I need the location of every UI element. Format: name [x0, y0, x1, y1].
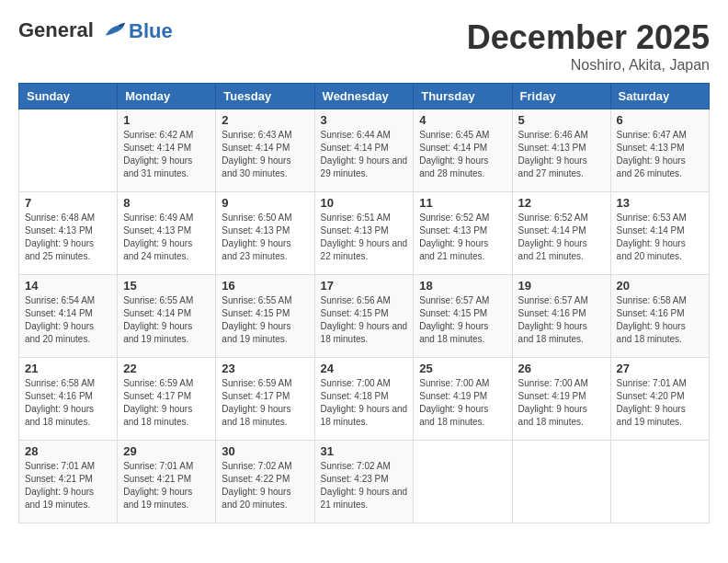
day-number: 26 — [518, 362, 605, 375]
day-info: Sunrise: 6:43 AMSunset: 4:14 PMDaylight:… — [222, 129, 308, 180]
calendar-cell: 12 Sunrise: 6:52 AMSunset: 4:14 PMDaylig… — [512, 192, 610, 275]
calendar-cell: 17 Sunrise: 6:56 AMSunset: 4:15 PMDaylig… — [314, 275, 414, 358]
calendar-cell: 24 Sunrise: 7:00 AMSunset: 4:18 PMDaylig… — [314, 358, 414, 441]
day-number: 21 — [25, 362, 111, 375]
day-info: Sunrise: 6:44 AMSunset: 4:14 PMDaylight:… — [321, 129, 408, 180]
day-number: 31 — [321, 444, 408, 458]
day-info: Sunrise: 6:55 AMSunset: 4:15 PMDaylight:… — [222, 294, 308, 346]
calendar-cell — [512, 441, 610, 523]
calendar-week-row: 1 Sunrise: 6:42 AMSunset: 4:14 PMDayligh… — [19, 109, 710, 192]
calendar-cell: 11 Sunrise: 6:52 AMSunset: 4:13 PMDaylig… — [414, 192, 512, 275]
calendar-cell: 8 Sunrise: 6:49 AMSunset: 4:13 PMDayligh… — [118, 192, 216, 275]
day-number: 1 — [123, 113, 210, 127]
calendar-cell: 30 Sunrise: 7:02 AMSunset: 4:22 PMDaylig… — [216, 441, 314, 523]
calendar-cell: 1 Sunrise: 6:42 AMSunset: 4:14 PMDayligh… — [118, 109, 216, 192]
calendar-cell: 13 Sunrise: 6:53 AMSunset: 4:14 PMDaylig… — [610, 192, 709, 275]
calendar-week-row: 28 Sunrise: 7:01 AMSunset: 4:21 PMDaylig… — [19, 441, 710, 523]
calendar-cell: 6 Sunrise: 6:47 AMSunset: 4:13 PMDayligh… — [610, 109, 709, 192]
weekday-header-row: SundayMondayTuesdayWednesdayThursdayFrid… — [19, 84, 710, 109]
day-info: Sunrise: 6:42 AMSunset: 4:14 PMDaylight:… — [123, 129, 210, 180]
weekday-header: Monday — [118, 84, 216, 109]
day-number: 4 — [419, 113, 506, 127]
day-info: Sunrise: 6:55 AMSunset: 4:14 PMDaylight:… — [123, 294, 210, 346]
calendar-cell: 31 Sunrise: 7:02 AMSunset: 4:23 PMDaylig… — [314, 441, 414, 523]
day-info: Sunrise: 6:52 AMSunset: 4:13 PMDaylight:… — [419, 212, 506, 263]
weekday-header: Thursday — [414, 84, 512, 109]
day-number: 6 — [617, 113, 703, 127]
weekday-header: Wednesday — [314, 84, 414, 109]
day-info: Sunrise: 6:56 AMSunset: 4:15 PMDaylight:… — [321, 294, 408, 346]
day-info: Sunrise: 6:58 AMSunset: 4:16 PMDaylight:… — [25, 377, 111, 429]
day-number: 16 — [222, 279, 308, 293]
calendar-week-row: 14 Sunrise: 6:54 AMSunset: 4:14 PMDaylig… — [19, 275, 710, 358]
day-number: 17 — [321, 279, 408, 293]
calendar-cell: 3 Sunrise: 6:44 AMSunset: 4:14 PMDayligh… — [314, 109, 414, 192]
logo-bird-icon — [101, 18, 127, 44]
day-number: 14 — [25, 279, 111, 293]
weekday-header: Friday — [512, 84, 610, 109]
day-number: 8 — [123, 196, 210, 210]
day-info: Sunrise: 7:00 AMSunset: 4:19 PMDaylight:… — [419, 377, 506, 429]
calendar-cell: 7 Sunrise: 6:48 AMSunset: 4:13 PMDayligh… — [19, 192, 118, 275]
day-number: 28 — [25, 444, 111, 458]
calendar-cell: 20 Sunrise: 6:58 AMSunset: 4:16 PMDaylig… — [610, 275, 709, 358]
title-block: December 2025 Noshiro, Akita, Japan — [467, 18, 710, 74]
day-number: 10 — [321, 196, 408, 210]
logo: General Blue — [18, 18, 173, 44]
day-info: Sunrise: 7:01 AMSunset: 4:21 PMDaylight:… — [25, 460, 111, 511]
day-info: Sunrise: 6:52 AMSunset: 4:14 PMDaylight:… — [518, 212, 605, 263]
day-number: 27 — [617, 362, 703, 375]
day-info: Sunrise: 6:45 AMSunset: 4:14 PMDaylight:… — [419, 129, 506, 180]
day-number: 5 — [518, 113, 605, 127]
calendar-cell: 16 Sunrise: 6:55 AMSunset: 4:15 PMDaylig… — [216, 275, 314, 358]
day-number: 22 — [123, 362, 210, 375]
day-info: Sunrise: 6:53 AMSunset: 4:14 PMDaylight:… — [617, 212, 703, 263]
calendar-cell: 29 Sunrise: 7:01 AMSunset: 4:21 PMDaylig… — [118, 441, 216, 523]
calendar-cell: 4 Sunrise: 6:45 AMSunset: 4:14 PMDayligh… — [414, 109, 512, 192]
day-info: Sunrise: 7:00 AMSunset: 4:19 PMDaylight:… — [518, 377, 605, 429]
calendar-cell: 27 Sunrise: 7:01 AMSunset: 4:20 PMDaylig… — [610, 358, 709, 441]
calendar-cell: 25 Sunrise: 7:00 AMSunset: 4:19 PMDaylig… — [414, 358, 512, 441]
calendar-cell: 21 Sunrise: 6:58 AMSunset: 4:16 PMDaylig… — [19, 358, 118, 441]
day-number: 11 — [419, 196, 506, 210]
calendar-cell — [414, 441, 512, 523]
calendar-cell: 23 Sunrise: 6:59 AMSunset: 4:17 PMDaylig… — [216, 358, 314, 441]
day-number: 3 — [321, 113, 408, 127]
location: Noshiro, Akita, Japan — [467, 57, 710, 74]
calendar-cell: 28 Sunrise: 7:01 AMSunset: 4:21 PMDaylig… — [19, 441, 118, 523]
month-title: December 2025 — [467, 18, 710, 57]
calendar-cell — [19, 109, 118, 192]
day-info: Sunrise: 6:54 AMSunset: 4:14 PMDaylight:… — [25, 294, 111, 346]
weekday-header: Sunday — [19, 84, 118, 109]
calendar-cell: 18 Sunrise: 6:57 AMSunset: 4:15 PMDaylig… — [414, 275, 512, 358]
day-number: 12 — [518, 196, 605, 210]
day-number: 9 — [222, 196, 308, 210]
logo-text-general: General — [18, 18, 94, 41]
day-info: Sunrise: 6:47 AMSunset: 4:13 PMDaylight:… — [617, 129, 703, 180]
day-number: 24 — [321, 362, 408, 375]
calendar-cell: 10 Sunrise: 6:51 AMSunset: 4:13 PMDaylig… — [314, 192, 414, 275]
day-info: Sunrise: 7:01 AMSunset: 4:20 PMDaylight:… — [617, 377, 703, 429]
day-number: 15 — [123, 279, 210, 293]
day-number: 29 — [123, 444, 210, 458]
day-number: 19 — [518, 279, 605, 293]
day-info: Sunrise: 6:57 AMSunset: 4:15 PMDaylight:… — [419, 294, 506, 346]
calendar-cell: 26 Sunrise: 7:00 AMSunset: 4:19 PMDaylig… — [512, 358, 610, 441]
day-info: Sunrise: 6:59 AMSunset: 4:17 PMDaylight:… — [222, 377, 308, 429]
logo-text-blue: Blue — [129, 20, 173, 42]
day-number: 25 — [419, 362, 506, 375]
calendar-cell: 5 Sunrise: 6:46 AMSunset: 4:13 PMDayligh… — [512, 109, 610, 192]
calendar-cell: 15 Sunrise: 6:55 AMSunset: 4:14 PMDaylig… — [118, 275, 216, 358]
calendar-week-row: 21 Sunrise: 6:58 AMSunset: 4:16 PMDaylig… — [19, 358, 710, 441]
day-info: Sunrise: 7:02 AMSunset: 4:23 PMDaylight:… — [321, 460, 408, 511]
calendar-cell: 22 Sunrise: 6:59 AMSunset: 4:17 PMDaylig… — [118, 358, 216, 441]
day-info: Sunrise: 6:46 AMSunset: 4:13 PMDaylight:… — [518, 129, 605, 180]
day-info: Sunrise: 7:00 AMSunset: 4:18 PMDaylight:… — [321, 377, 408, 429]
calendar-cell: 2 Sunrise: 6:43 AMSunset: 4:14 PMDayligh… — [216, 109, 314, 192]
weekday-header: Saturday — [610, 84, 709, 109]
day-info: Sunrise: 6:50 AMSunset: 4:13 PMDaylight:… — [222, 212, 308, 263]
day-number: 13 — [617, 196, 703, 210]
day-number: 23 — [222, 362, 308, 375]
calendar-cell: 14 Sunrise: 6:54 AMSunset: 4:14 PMDaylig… — [19, 275, 118, 358]
day-number: 18 — [419, 279, 506, 293]
